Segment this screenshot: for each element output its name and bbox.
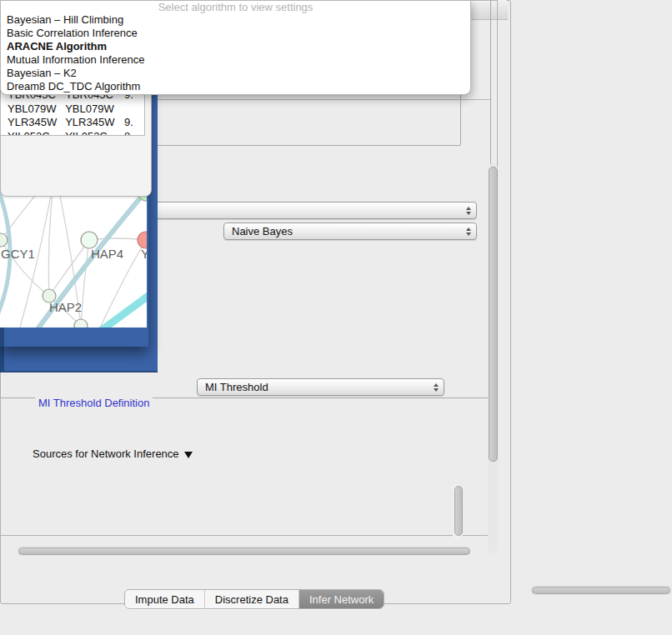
tab-infer-network[interactable]: Infer Network [298, 590, 384, 608]
node-salmon[interactable] [138, 232, 147, 248]
settings-vscrollbar-thumb[interactable] [489, 167, 498, 462]
popup-item-basic-correlation[interactable]: Basic Correlation Inference [1, 27, 470, 40]
collapse-arrow-icon [184, 452, 193, 458]
sources-hscrollbar-thumb[interactable] [18, 548, 470, 555]
algorithm-select-popup: Select algorithm to view settings Bayesi… [0, 0, 471, 95]
node-label: HAP2 [49, 300, 82, 314]
sources-group-title[interactable]: Sources for Network Inference [29, 448, 196, 460]
node-label: GCY1 [1, 247, 35, 261]
node-label: HAP4 [91, 247, 123, 261]
tab-impute-data[interactable]: Impute Data [125, 590, 204, 608]
popup-item-bayesian-k2[interactable]: Bayesian – K2 [1, 67, 470, 80]
table-row: YBL079WYBL079W [1, 102, 144, 116]
table-hscrollbar-thumb[interactable] [532, 587, 670, 594]
highlight-edge [98, 291, 147, 328]
popup-item-bayesian-hill[interactable]: Bayesian – Hill Climbing [1, 13, 470, 27]
mi-algorithm-type-select[interactable]: Naive Bayes [223, 222, 477, 240]
node-hap4[interactable] [81, 232, 98, 248]
popup-item-mutual-information[interactable]: Mutual Information Inference [1, 53, 470, 67]
node-label: Y [141, 247, 147, 261]
which-threshold-select[interactable]: MI Threshold [197, 378, 444, 396]
combo-stepper-icon [466, 207, 471, 215]
tab-discretize-data[interactable]: Discretize Data [204, 590, 298, 608]
table-row: YIL053CYIL053C8. [1, 129, 144, 136]
table-row: YLR345WYLR345W9. [1, 116, 144, 130]
popup-item-aracne[interactable]: ARACNE Algorithm [1, 40, 470, 53]
node-gcy1[interactable] [0, 233, 8, 247]
popup-item-dream8[interactable]: Dream8 DC_TDC Algorithm [1, 80, 470, 93]
cyni-bottom-tabs: Impute Data Discretize Data Infer Networ… [124, 589, 384, 609]
combo-stepper-icon [466, 228, 471, 236]
node-bottom-cut[interactable] [74, 319, 88, 328]
mi-threshold-definition-title: MI Threshold Definition [35, 398, 153, 409]
combo-stepper-icon [434, 383, 439, 392]
popup-placeholder: Select algorithm to view settings [1, 2, 470, 13]
attributes-vscrollbar-thumb[interactable] [454, 486, 463, 536]
